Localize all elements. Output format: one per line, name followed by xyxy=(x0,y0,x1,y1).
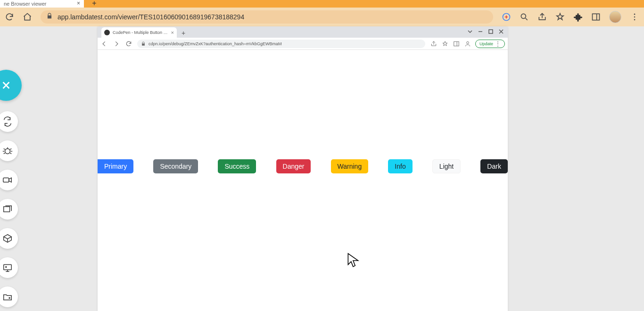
svg-rect-11 xyxy=(489,30,493,33)
mouse-cursor xyxy=(347,253,359,270)
new-tab-button[interactable]: + xyxy=(89,0,100,8)
minimize-icon[interactable] xyxy=(476,28,485,35)
success-button[interactable]: Success xyxy=(218,159,256,173)
zoom-icon[interactable] xyxy=(520,12,529,22)
chevron-down-icon[interactable] xyxy=(465,28,475,35)
svg-point-1 xyxy=(521,14,526,18)
svg-rect-7 xyxy=(3,178,9,182)
gallery-icon[interactable] xyxy=(0,199,18,220)
vm-toolbar: cdpn.io/pen/debug/ZEmvZxK?authentication… xyxy=(98,38,508,50)
outer-url-text: app.lambdatest.com/viewer/TES10160609016… xyxy=(58,13,244,21)
bug-icon[interactable] xyxy=(0,140,18,161)
vm-new-tab-button[interactable]: + xyxy=(179,28,188,38)
outer-tabstrip: ne Browser viewer × + xyxy=(0,0,644,8)
back-icon[interactable] xyxy=(100,40,108,48)
resolution-icon[interactable] xyxy=(0,257,18,278)
vm-url-text: cdpn.io/pen/debug/ZEmvZxK?authentication… xyxy=(149,41,281,46)
close-tab-icon[interactable]: × xyxy=(77,0,80,7)
svg-rect-8 xyxy=(4,207,10,212)
svg-point-5 xyxy=(634,19,636,21)
vm-tab-close-icon[interactable]: × xyxy=(171,30,174,35)
warning-button[interactable]: Warning xyxy=(331,159,369,173)
profile-avatar[interactable] xyxy=(609,11,621,23)
svg-point-13 xyxy=(467,41,469,44)
video-icon[interactable] xyxy=(0,170,18,190)
svg-point-6 xyxy=(5,148,10,154)
svg-rect-9 xyxy=(4,265,12,270)
menu-icon[interactable] xyxy=(630,12,639,22)
light-button[interactable]: Light xyxy=(432,159,461,173)
outer-address-bar[interactable]: app.lambdatest.com/viewer/TES10160609016… xyxy=(41,10,493,24)
files-icon[interactable] xyxy=(0,286,18,307)
forward-icon[interactable] xyxy=(113,40,120,48)
maximize-icon[interactable] xyxy=(486,28,495,35)
reload-icon[interactable] xyxy=(5,12,14,22)
vm-window-controls xyxy=(465,28,506,35)
vm-tab[interactable]: CodePen - Multiple Button Tran… × xyxy=(101,27,177,38)
svg-point-4 xyxy=(634,16,636,18)
svg-rect-12 xyxy=(454,41,459,46)
lock-icon xyxy=(141,40,146,48)
secondary-button[interactable]: Secondary xyxy=(153,159,198,173)
home-icon[interactable] xyxy=(23,12,32,22)
reload-icon[interactable] xyxy=(125,40,132,48)
outer-tab-title: ne Browser viewer xyxy=(4,1,46,7)
update-label: Update xyxy=(479,41,493,46)
star-icon[interactable] xyxy=(555,12,565,22)
star-icon[interactable] xyxy=(441,40,449,48)
vm-address-bar[interactable]: cdpn.io/pen/debug/ZEmvZxK?authentication… xyxy=(137,40,425,48)
buttons-row: Primary Secondary Success Danger Warning… xyxy=(98,159,508,173)
outer-browser-tab[interactable]: ne Browser viewer × xyxy=(0,0,84,8)
dark-button[interactable]: Dark xyxy=(480,159,508,173)
package-icon[interactable] xyxy=(0,228,18,249)
sidepanel-icon[interactable] xyxy=(591,12,601,22)
virtual-browser-window: CodePen - Multiple Button Tran… × + cdpn… xyxy=(98,26,508,311)
info-button[interactable]: Info xyxy=(388,159,412,173)
update-menu-icon[interactable]: ⋮ xyxy=(495,42,501,46)
codepen-favicon xyxy=(104,30,110,35)
share-icon[interactable] xyxy=(537,12,547,22)
workspace: CodePen - Multiple Button Tran… × + cdpn… xyxy=(0,26,644,311)
tool-sidebar xyxy=(0,111,21,311)
extensions-icon[interactable] xyxy=(573,12,583,22)
danger-button[interactable]: Danger xyxy=(276,159,311,173)
switch-icon[interactable] xyxy=(0,111,18,132)
share-icon[interactable] xyxy=(430,40,438,48)
outer-toolbar: app.lambdatest.com/viewer/TES10160609016… xyxy=(0,8,644,26)
vm-tabstrip: CodePen - Multiple Button Tran… × + xyxy=(98,26,508,38)
google-icon[interactable] xyxy=(502,12,511,22)
profile-icon[interactable] xyxy=(464,40,471,48)
vm-toolbar-right: Update ⋮ xyxy=(430,40,505,48)
vm-close-icon[interactable] xyxy=(496,28,506,35)
outer-toolbar-right xyxy=(502,11,639,23)
sidepanel-icon[interactable] xyxy=(453,40,460,48)
primary-button[interactable]: Primary xyxy=(98,159,133,173)
svg-point-3 xyxy=(634,14,636,15)
page-content: Primary Secondary Success Danger Warning… xyxy=(98,50,508,311)
update-button[interactable]: Update ⋮ xyxy=(475,40,505,48)
vm-tab-title: CodePen - Multiple Button Tran… xyxy=(113,30,168,35)
svg-rect-2 xyxy=(593,14,600,20)
lock-icon xyxy=(46,13,53,21)
close-session-button[interactable] xyxy=(0,70,22,101)
